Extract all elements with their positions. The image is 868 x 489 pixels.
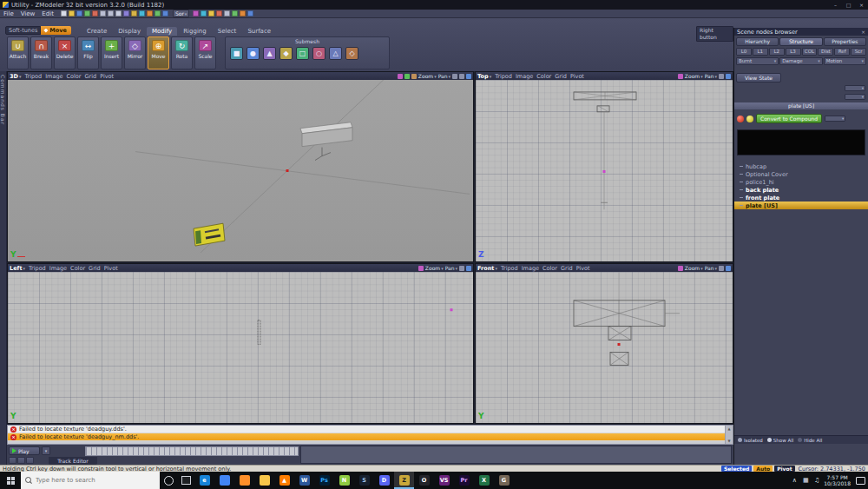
- uv-mapper-icon[interactable]: [201, 10, 207, 17]
- ribbon-tool-button[interactable]: ⊕ Move: [148, 36, 169, 69]
- zoom-dropdown[interactable]: Zoom▾: [685, 265, 703, 271]
- scene-tab[interactable]: Hierarchy: [736, 37, 779, 46]
- compound-options-dropdown[interactable]: ▾: [825, 116, 845, 122]
- menu-item[interactable]: Edit: [38, 10, 57, 17]
- taskbar-icon-edge[interactable]: e: [194, 472, 214, 489]
- ribbon-tool-button[interactable]: ↔ Flip: [77, 36, 99, 69]
- viewport-option-toggle[interactable]: Image: [522, 265, 539, 272]
- task-view-icon[interactable]: [177, 472, 194, 489]
- viewport-option-toggle[interactable]: Tripod: [29, 265, 46, 272]
- start-button[interactable]: [0, 472, 21, 489]
- zoom-dropdown[interactable]: Zoom▾: [418, 73, 437, 79]
- pivot-mode-icon[interactable]: [418, 266, 424, 271]
- ribbon-tab[interactable]: Modify: [147, 27, 177, 36]
- timeline-tool-button[interactable]: [9, 457, 16, 464]
- taskbar-icon-gimp[interactable]: G: [494, 472, 514, 489]
- submesh-options-icon[interactable]: ◇: [345, 47, 358, 60]
- hide-all-button[interactable]: Hide All: [798, 438, 822, 443]
- lod-level-button[interactable]: Ref: [834, 48, 850, 56]
- submesh-delete-icon[interactable]: △: [329, 47, 342, 60]
- viewport-option-toggle[interactable]: Image: [45, 73, 62, 80]
- viewport-type-dropdown[interactable]: Top▾: [477, 73, 491, 80]
- timeline-ruler[interactable]: [85, 446, 299, 456]
- track-editor-tab[interactable]: Track Editor: [49, 457, 97, 465]
- taskbar-clock[interactable]: 7:57 PM 10/3/2018: [824, 474, 851, 486]
- taskbar-icon-photoshop[interactable]: Ps: [314, 472, 334, 489]
- faces-mode-icon[interactable]: [162, 10, 168, 17]
- pivot-mode-badge[interactable]: Pivot: [774, 466, 794, 472]
- scene-tree-item[interactable]: front plate: [734, 194, 868, 202]
- snap-mode-icon[interactable]: [411, 74, 417, 79]
- taskbar-icon-firefox[interactable]: [234, 472, 254, 489]
- viewport-option-toggle[interactable]: Pivot: [104, 265, 118, 272]
- viewport-option-toggle[interactable]: Color: [67, 73, 82, 80]
- new-scene-icon[interactable]: [61, 10, 67, 17]
- taskbar-icon-excel[interactable]: X: [474, 472, 494, 489]
- taskbar-icon-obs[interactable]: O: [414, 472, 434, 489]
- viewport-option-toggle[interactable]: Image: [49, 265, 67, 272]
- node-state-red-icon[interactable]: [737, 116, 744, 122]
- taskbar-icon-steam[interactable]: S: [354, 472, 374, 489]
- state-dropdown[interactable]: Burnt▾: [736, 57, 779, 65]
- lod-level-button[interactable]: L3: [786, 48, 801, 56]
- select-mode-icon[interactable]: [139, 10, 145, 17]
- taskbar-search[interactable]: [21, 472, 160, 489]
- ribbon-tool-button[interactable]: ◇ Mirror: [124, 36, 146, 69]
- viewport-3d-canvas[interactable]: Y: [8, 80, 473, 261]
- viewport-option-toggle[interactable]: Pivot: [576, 265, 590, 272]
- viewport-option-toggle[interactable]: Grid: [89, 265, 101, 272]
- lod-level-button[interactable]: L0: [736, 48, 752, 56]
- convert-to-compound-button[interactable]: Convert to Compound: [756, 114, 822, 123]
- pan-dropdown[interactable]: Pan▾: [705, 265, 717, 271]
- lod-level-button[interactable]: L1: [753, 48, 768, 56]
- pivot-mode-icon[interactable]: [678, 74, 683, 79]
- viewport-option-toggle[interactable]: Color: [536, 73, 551, 80]
- objects-mode-icon[interactable]: [193, 10, 199, 17]
- materials-editor-icon[interactable]: [208, 10, 214, 17]
- undo-icon[interactable]: [100, 10, 106, 17]
- right-button-dropdown[interactable]: Right button: [696, 26, 733, 42]
- submesh-detach-icon[interactable]: ▲: [263, 47, 276, 60]
- menu-item[interactable]: File: [0, 10, 17, 17]
- scene-tree-item[interactable]: police1_hi: [734, 178, 868, 186]
- log-scrollbar[interactable]: ▲▼: [725, 426, 733, 444]
- viewport-option-toggle[interactable]: Grid: [555, 73, 567, 80]
- copy-icon[interactable]: [123, 10, 129, 17]
- viewport-option-toggle[interactable]: Grid: [561, 265, 573, 272]
- taskbar-icon-premiere[interactable]: Pr: [454, 472, 474, 489]
- scene-tab[interactable]: Properties: [824, 37, 866, 46]
- pan-dropdown[interactable]: Pan▾: [705, 73, 717, 79]
- render-icon[interactable]: [216, 10, 222, 17]
- pivot-mode-icon[interactable]: [678, 266, 683, 271]
- play-button[interactable]: Play: [9, 446, 40, 455]
- ribbon-tool-button[interactable]: + Insert: [101, 36, 122, 69]
- minimize-button[interactable]: –: [829, 2, 842, 8]
- lod-level-button[interactable]: L2: [769, 48, 785, 56]
- edges-mode-icon[interactable]: [155, 10, 161, 17]
- cortana-icon[interactable]: [160, 472, 177, 489]
- log-entry[interactable]: × Failed to locate texture 'deadguy.dds'…: [8, 426, 725, 433]
- options-icon[interactable]: [224, 10, 230, 17]
- view-state-button[interactable]: View State: [736, 73, 781, 83]
- viewport-option-toggle[interactable]: Pivot: [570, 73, 584, 80]
- state-dropdown[interactable]: Damage▾: [779, 57, 822, 65]
- import-icon[interactable]: [84, 10, 90, 17]
- vertices-mode-icon[interactable]: [147, 10, 153, 17]
- sor-dropdown[interactable]: Sor▾: [173, 10, 189, 17]
- maximize-button[interactable]: □: [842, 2, 855, 8]
- grid-toggle-icon[interactable]: [719, 74, 724, 79]
- submesh-copy-icon[interactable]: ○: [312, 47, 326, 60]
- scene-tree-item[interactable]: Optional Cover: [734, 170, 868, 178]
- maximize-viewport-icon[interactable]: [466, 266, 471, 271]
- plugins-icon[interactable]: [232, 10, 238, 17]
- ribbon-tab[interactable]: Display: [113, 27, 146, 36]
- property-dropdown[interactable]: ▾: [845, 85, 865, 91]
- viewport-type-dropdown[interactable]: 3D▾: [10, 73, 21, 80]
- timeline-tool-button[interactable]: [26, 457, 34, 464]
- network-icon[interactable]: ▦: [801, 477, 810, 484]
- selected-mode-badge[interactable]: Selected: [721, 466, 752, 472]
- viewport-front-canvas[interactable]: Y: [476, 272, 733, 423]
- maximize-viewport-icon[interactable]: [726, 74, 731, 79]
- zoom-dropdown[interactable]: Zoom▾: [685, 73, 703, 79]
- export-icon[interactable]: [92, 10, 98, 17]
